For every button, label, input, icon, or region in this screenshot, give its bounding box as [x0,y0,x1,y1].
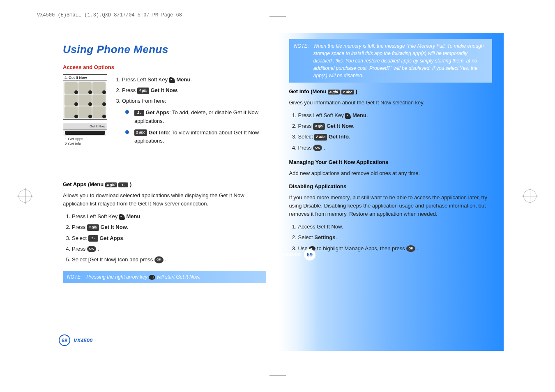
step-2: Press 4 ghi Get It Now. [122,85,266,96]
note-right-arrow: NOTE: Pressing the right arrow key will … [63,271,266,283]
key-4: 4 ghi [313,123,325,130]
right-arrow-key-icon [149,275,155,280]
bullet-get-apps: 1 . Get Apps: To add, delete, or disable… [125,107,266,127]
screen2-item2: 2 Get Info [65,141,105,146]
key-1: 1 . [118,182,128,187]
key-4: 4 ghi [137,88,149,94]
key-1: 1 . [134,110,144,116]
access-steps: Press Left Soft Key Menu. Press 4 ghi Ge… [113,74,266,150]
left-soft-key-icon [345,113,351,119]
ok-key-icon: OK [313,145,322,151]
section-disabling-apps: Disabling Applications [289,183,493,189]
page-69: NOTE: When the file memory is full, the … [278,33,504,351]
key-4: 4 ghi [328,90,340,95]
page-spread: Using Phone Menus Access and Options 4. … [51,33,504,351]
page-number: 69 [304,249,315,261]
crop-mark-bottom [269,363,286,380]
phone-screenshots: 4. Get It Now Get It Now 1 Get Apps 2 Ge… [63,74,107,175]
ga-step-2: Press 4 ghi Get It Now. [72,222,266,233]
step-3: Options from here: 1 . Get Apps: To add,… [122,96,266,150]
get-apps-steps: Press Left Soft Key Menu. Press 4 ghi Ge… [63,211,266,265]
key-4: 4 ghi [87,224,99,231]
section-managing-apps: Managing Your Get It Now Applications [289,159,493,165]
ok-key-icon: OK [154,256,164,263]
registration-mark-right [523,189,537,203]
ga-step-1: Press Left Soft Key Menu. [72,211,266,222]
section-access-options: Access and Options [63,64,266,70]
page-number: 68 [59,334,70,346]
footer-model: VX4500 [74,337,92,344]
file-header: VX4500-(E)Small (1.3).QXD 8/17/04 5:07 P… [37,12,182,18]
ga-step-5: Select [Get It Now] Icon and press OK . [72,254,266,265]
ok-key-icon: OK [87,246,96,252]
bullet-get-info: 2 abc Get Info: To view information abou… [125,127,266,147]
ga-step-3: Select 1 . Get Apps. [72,233,266,244]
get-info-description: Gives you information about the Get It N… [289,99,493,107]
screen-title: 4. Get It Now [63,75,107,81]
get-apps-description: Allows you to download selected applicat… [63,191,266,208]
left-soft-key-icon [169,77,175,83]
key-1: 1 . [88,235,98,242]
gi-step-1: Press Left Soft Key Menu. [298,110,493,121]
managing-apps-text: Add new applications and remove old ones… [289,169,493,178]
left-soft-key-icon [119,214,125,220]
screen2-item1: 1 Get Apps [65,136,105,141]
screen-get-it-now-grid: 4. Get It Now [63,74,107,120]
da-step-1: Access Get It Now. [298,221,493,232]
gi-step-2: Press 4 ghi Get It Now. [298,121,493,131]
get-info-steps: Press Left Soft Key Menu. Press 4 ghi Ge… [289,110,493,153]
key-2: 2 abc [341,90,354,95]
screen-get-it-now-list: Get It Now 1 Get Apps 2 Get Info [63,123,107,172]
section-get-info: Get Info (Menu 4 ghi 2 abc ) [289,88,493,95]
page-footer-right: VX4500 69 [282,249,485,261]
page-footer-left: 68 VX4500 [59,334,92,346]
key-4: 4 ghi [105,182,117,187]
key-2: 2 abc [314,134,327,141]
key-2: 2 abc [134,129,147,136]
step-1: Press Left Soft Key Menu. [122,74,266,85]
note-memory-full: NOTE: When the file memory is full, the … [289,39,493,83]
registration-mark-left [18,189,32,203]
gi-step-3: Select 2 abc Get Info. [298,131,493,142]
chapter-title: Using Phone Menus [63,43,266,56]
ga-step-4: Press OK . [72,244,266,254]
page-68: Using Phone Menus Access and Options 4. … [51,33,278,351]
crop-mark-top [269,12,286,29]
footer-model: VX4500 [282,251,301,258]
disabling-apps-text: If you need more memory, but still want … [289,194,493,218]
section-get-apps: Get Apps (Menu 4 ghi 1 . ) [63,181,266,187]
screen2-header: Get It Now [63,123,107,130]
gi-step-4: Press OK . [298,143,493,153]
da-step-2: Select Settings. [298,232,493,243]
